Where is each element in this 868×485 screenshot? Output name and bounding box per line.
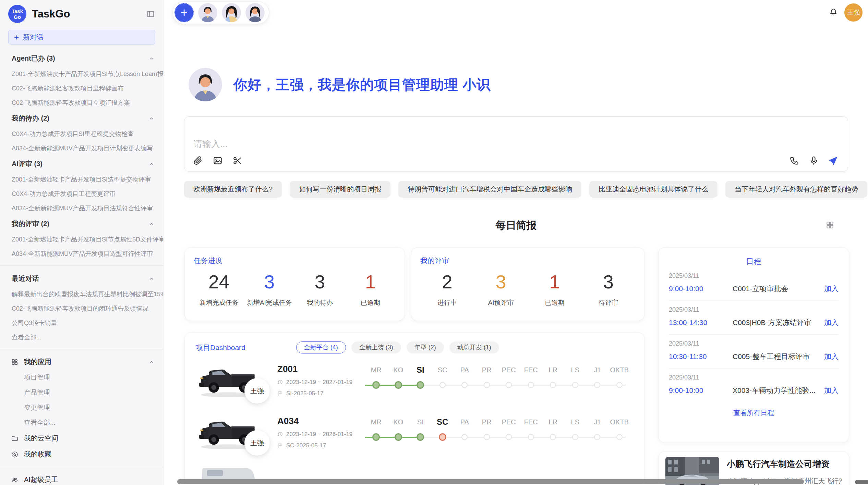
milestone-node[interactable] bbox=[461, 382, 468, 388]
join-meeting-link[interactable]: 加入 bbox=[824, 386, 839, 395]
notification-bell-icon[interactable] bbox=[829, 8, 838, 16]
sidebar-list-item[interactable]: 查看全部... bbox=[0, 330, 163, 345]
dashboard-tab[interactable]: 全新上装 (3) bbox=[351, 341, 401, 353]
dashboard-header: 项目Dashboard 全新平台 (4)全新上装 (3)年型 (2)动总开发 (… bbox=[185, 341, 644, 353]
milestone: J1 bbox=[586, 416, 608, 442]
dashboard-tab[interactable]: 全新平台 (4) bbox=[296, 341, 346, 353]
sidebar-list-item[interactable]: C02-飞腾新能源轻客改款项目立项汇报方案 bbox=[0, 96, 163, 110]
layout-grid-icon[interactable] bbox=[825, 221, 834, 229]
milestone-node[interactable] bbox=[439, 433, 446, 441]
sidebar-section-header[interactable]: Agent已办 (3) bbox=[0, 50, 163, 67]
schedule-name[interactable]: C003|H0B-方案冻结评审 bbox=[733, 318, 824, 327]
composer[interactable]: 请输入... bbox=[184, 116, 848, 172]
new-chat-button[interactable]: + 新对话 bbox=[8, 30, 155, 45]
suggestion-chip[interactable]: 比亚迪全固态电池计划具体说了什么 bbox=[589, 181, 718, 198]
milestone-node[interactable] bbox=[484, 434, 490, 440]
agent-avatar-1[interactable] bbox=[198, 3, 217, 22]
milestone-node[interactable] bbox=[372, 381, 380, 389]
join-meeting-link[interactable]: 加入 bbox=[824, 318, 839, 327]
milestone-node[interactable] bbox=[594, 434, 600, 440]
scrollbar-corner[interactable] bbox=[855, 480, 868, 484]
schedule-card: 日程 2025/03/119:00-10:00C001-立项审批会加入2025/… bbox=[658, 247, 849, 443]
milestone-node[interactable] bbox=[506, 434, 512, 440]
milestone-node[interactable] bbox=[572, 382, 578, 388]
milestone-node[interactable] bbox=[616, 382, 623, 388]
project-code[interactable]: Z001 bbox=[277, 364, 364, 374]
agent-avatar-3[interactable] bbox=[245, 3, 265, 22]
sidebar-list-item[interactable]: C02-飞腾新能源轻客改款项目里程碑画布 bbox=[0, 81, 163, 96]
milestone-node[interactable] bbox=[417, 381, 424, 389]
sidebar-app-subitem[interactable]: 产品管理 bbox=[0, 385, 163, 400]
sidebar-section-header[interactable]: 最近对话 bbox=[0, 270, 163, 287]
sidebar-item-my-apps[interactable]: 我的应用 bbox=[0, 354, 163, 370]
sidebar-app-subitem[interactable]: 查看全部... bbox=[0, 415, 163, 430]
sidebar-section-header[interactable]: 我的待办 (2) bbox=[0, 110, 163, 127]
phone-icon[interactable] bbox=[789, 156, 800, 166]
milestone-node[interactable] bbox=[528, 434, 534, 440]
sidebar-list-item[interactable]: Z001-全新燃油皮卡产品开发项目SI节点Lesson Learn报告 bbox=[0, 67, 163, 81]
sidebar-list-item[interactable]: A034-全新新能源MUV产品开发项目法规符合性评审 bbox=[0, 201, 163, 215]
collapse-sidebar-icon[interactable] bbox=[146, 10, 155, 18]
sidebar-item-star-badge[interactable]: 我的收藏 bbox=[0, 446, 163, 462]
suggestion-chip[interactable]: 当下年轻人对汽车外观有怎样的喜好趋势 bbox=[725, 181, 867, 198]
milestone-node-slot bbox=[594, 380, 600, 390]
milestone-node[interactable] bbox=[572, 434, 578, 440]
suggestion-chip[interactable]: 欧洲新规最近颁布了什么? bbox=[184, 181, 282, 198]
milestone-node[interactable] bbox=[528, 382, 534, 388]
sidebar-list-item[interactable]: 解释最新出台的欧盟报废车法规再生塑料比例被调至15%... bbox=[0, 287, 163, 301]
sidebar-list-item[interactable]: Z001-全新燃油轻卡产品开发项目SI造型提交物评审 bbox=[0, 172, 163, 187]
project-flag-label: SC-2025-05-17 bbox=[286, 442, 326, 449]
schedule-name[interactable]: X003-车辆动力学性能验... bbox=[733, 386, 824, 395]
add-agent-button[interactable]: + bbox=[174, 3, 194, 22]
image-upload-icon[interactable] bbox=[213, 156, 223, 166]
schedule-name[interactable]: C001-立项审批会 bbox=[733, 284, 824, 294]
milestone-node[interactable] bbox=[550, 434, 556, 440]
schedule-name[interactable]: C005-整车工程目标评审 bbox=[733, 352, 824, 361]
sidebar-list-item[interactable]: C0X4-动力总成开发项目SI里程碑提交物检查 bbox=[0, 127, 163, 141]
sidebar-section-header[interactable]: 我的评审 (2) bbox=[0, 215, 163, 232]
send-icon[interactable] bbox=[828, 156, 838, 166]
milestone-node[interactable] bbox=[461, 434, 468, 440]
sidebar-list-item[interactable]: A034-全新新能源MUV产品开发项目造型可行性评审 bbox=[0, 247, 163, 261]
microphone-icon[interactable] bbox=[809, 156, 819, 166]
suggestion-chip[interactable]: 如何写一份清晰的项目周报 bbox=[290, 181, 390, 198]
sidebar-app-subitem[interactable]: 项目管理 bbox=[0, 370, 163, 385]
milestone-node[interactable] bbox=[395, 433, 402, 441]
join-meeting-link[interactable]: 加入 bbox=[824, 352, 839, 361]
dashboard-tab[interactable]: 年型 (2) bbox=[407, 341, 444, 353]
sidebar-list-item[interactable]: A034-全新新能源MUV产品开发项目计划变更表编写 bbox=[0, 141, 163, 156]
dashboard-tab[interactable]: 动总开发 (1) bbox=[449, 341, 499, 353]
sidebar-list-item[interactable]: C0X4-动力总成开发项目工程变更评审 bbox=[0, 187, 163, 201]
milestone-node[interactable] bbox=[550, 382, 556, 388]
milestone-node[interactable] bbox=[439, 382, 446, 388]
user-avatar[interactable]: 王强 bbox=[844, 3, 863, 22]
sidebar-app-subitem[interactable]: 变更管理 bbox=[0, 400, 163, 415]
milestone: LR bbox=[542, 364, 564, 390]
schedule-time: 9:00-10:00 bbox=[669, 285, 733, 293]
project-code[interactable]: A034 bbox=[277, 416, 364, 426]
dashboard-tabs: 全新平台 (4)全新上装 (3)年型 (2)动总开发 (1) bbox=[296, 341, 499, 353]
horizontal-scrollbar-thumb[interactable] bbox=[177, 479, 804, 484]
scissors-icon[interactable] bbox=[232, 156, 243, 166]
milestone-node-slot bbox=[528, 432, 534, 442]
sidebar-list-item[interactable]: 公司Q3轻卡销量 bbox=[0, 316, 163, 330]
sidebar-tool-item[interactable]: AI超级员工 bbox=[0, 472, 163, 485]
schedule-time: 9:00-10:00 bbox=[669, 386, 733, 395]
milestone-node[interactable] bbox=[506, 382, 512, 388]
sidebar-item-cloud-folder[interactable]: 我的云空间 bbox=[0, 430, 163, 446]
view-all-schedule-link[interactable]: 查看所有日程 bbox=[669, 408, 839, 418]
milestone-node[interactable] bbox=[484, 382, 490, 388]
milestone-node[interactable] bbox=[594, 382, 600, 388]
sidebar-section-header[interactable]: AI评审 (3) bbox=[0, 156, 163, 172]
plus-icon: + bbox=[180, 5, 188, 20]
milestone-node[interactable] bbox=[372, 433, 380, 441]
milestone-node[interactable] bbox=[616, 434, 623, 440]
suggestion-chip[interactable]: 特朗普可能对进口汽车增税会对中国车企造成哪些影响 bbox=[398, 181, 581, 198]
attachment-icon[interactable] bbox=[193, 156, 203, 166]
agent-avatar-2[interactable] bbox=[222, 3, 241, 22]
sidebar-list-item[interactable]: Z001-全新燃油轻卡产品开发项目SI节点属性5D文件评审 bbox=[0, 232, 163, 247]
join-meeting-link[interactable]: 加入 bbox=[824, 284, 839, 294]
milestone-node[interactable] bbox=[417, 433, 424, 441]
sidebar-list-item[interactable]: C02-飞腾新能源轻客改款项目的闭环通告反馈情况 bbox=[0, 301, 163, 316]
milestone-node[interactable] bbox=[395, 381, 402, 389]
